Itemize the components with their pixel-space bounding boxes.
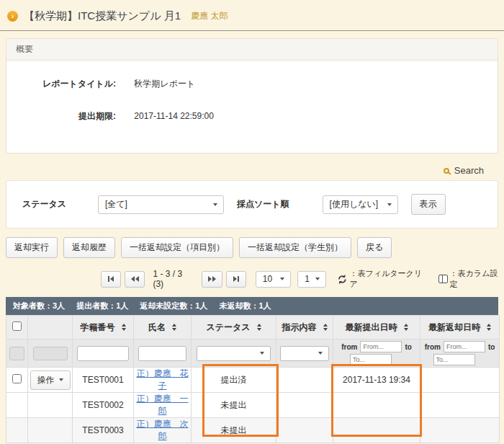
- latest-return-cell: [420, 393, 500, 418]
- table-row: TEST0002 正）慶應 一郎 未提出: [6, 393, 500, 418]
- chevron-right-icon: ›: [7, 11, 18, 22]
- report-title-row: レポートタイトル: 秋学期レポート: [6, 78, 498, 90]
- stat-return-unset-count: 返却未設定数：1人: [140, 301, 207, 311]
- deadline-row: 提出期限: 2017-11-14 22:59:00: [6, 110, 498, 123]
- table-column-config-label: ：表カラム設定: [450, 268, 504, 290]
- status-cell: 提出済: [192, 368, 276, 393]
- results-table: 学籍番号 氏名 ステータス 指示内容 最新提出日時 最新返却日時 fromto: [6, 315, 500, 443]
- sort-icon[interactable]: [487, 324, 491, 331]
- return-history-button[interactable]: 返却履歴: [63, 237, 115, 258]
- user-name: 慶應 太郎: [191, 10, 228, 22]
- deadline-label: 提出期限:: [6, 110, 116, 123]
- prev-page-icon: [131, 276, 135, 282]
- latest-submission-cell: [333, 393, 420, 418]
- sort-icon[interactable]: [323, 324, 328, 331]
- sort-icon[interactable]: [172, 324, 176, 331]
- filter-disabled-box: [33, 347, 68, 360]
- select-all-checkbox[interactable]: [12, 321, 22, 331]
- student-id-filter-input[interactable]: [77, 346, 129, 361]
- page-size-value: 10: [263, 274, 272, 284]
- latest-return-cell: [420, 368, 500, 393]
- column-header-student-id: 学籍番号: [73, 316, 134, 339]
- page-header: › 【秋学期】ITC授業サンプル 月1 慶應 太郎: [0, 0, 504, 23]
- table-row: TEST0003 正）慶應 次郎 未提出: [6, 418, 500, 443]
- status-cell: 未提出: [192, 418, 276, 443]
- return-exec-button[interactable]: 返却実行: [6, 237, 58, 258]
- table-column-config[interactable]: ：表カラム設定: [438, 268, 504, 290]
- instruction-cell: [276, 368, 333, 393]
- table-row: 操作 TEST0001 正）慶應 花子 提出済 2017-11-13 19:34: [6, 368, 500, 393]
- student-id-cell: TEST0001: [73, 368, 134, 393]
- pagination-bar: 1 - 3 / 3 (3) 10 1 ：表フィルタークリア ：表カラム設定: [101, 268, 504, 290]
- chevron-down-icon: [387, 203, 392, 206]
- chevron-down-icon: [315, 278, 320, 280]
- status-filter-select[interactable]: [全て]: [98, 195, 224, 214]
- show-button[interactable]: 表示: [411, 194, 446, 215]
- stats-bar: 対象者数：3人 提出者数：1人 返却未設定数：1人 未返却数：1人: [6, 297, 498, 315]
- search-icon: [444, 168, 449, 174]
- stat-target-count: 対象者数：3人: [13, 301, 65, 311]
- student-id-cell: TEST0002: [73, 393, 134, 418]
- submission-from-input[interactable]: [360, 341, 402, 352]
- table-columns-icon: [438, 275, 448, 283]
- table-filter-clear[interactable]: ：表フィルタークリア: [337, 268, 428, 290]
- bulk-return-by-item-button[interactable]: 一括返却設定（項目別）: [121, 237, 233, 258]
- page-number-select[interactable]: 1: [297, 271, 326, 288]
- caret-down-icon: [59, 378, 63, 381]
- search-panel: ステータス [全て] 採点ソート順 [使用しない] 表示: [6, 180, 498, 228]
- submission-date-filter: fromto: [333, 339, 420, 367]
- chevron-down-icon: [213, 203, 217, 206]
- stat-submitted-count: 提出者数：1人: [76, 301, 128, 311]
- back-button[interactable]: 戻る: [357, 237, 392, 258]
- search-toggle-label: Search: [454, 165, 484, 176]
- status-cell: 未提出: [192, 393, 276, 418]
- status-filter-dropdown[interactable]: [197, 346, 271, 361]
- first-page-icon: [108, 276, 109, 282]
- column-header-latest-return: 最新返却日時: [420, 316, 500, 339]
- column-header-name: 氏名: [134, 316, 192, 339]
- row-checkbox[interactable]: [12, 374, 22, 383]
- instruction-cell: [276, 393, 333, 418]
- sort-icon[interactable]: [404, 324, 408, 331]
- chevron-down-icon: [280, 278, 284, 280]
- first-page-button[interactable]: [101, 271, 121, 288]
- refresh-icon: [337, 274, 348, 285]
- search-toggle[interactable]: Search: [0, 165, 484, 176]
- next-page-button[interactable]: [202, 271, 222, 288]
- return-to-input[interactable]: [433, 354, 475, 365]
- page-size-select[interactable]: 10: [256, 271, 291, 288]
- last-page-icon: [233, 276, 237, 282]
- last-page-button[interactable]: [226, 271, 246, 288]
- latest-submission-cell: 2017-11-13 19:34: [333, 368, 420, 393]
- return-date-filter: fromto: [420, 339, 499, 367]
- latest-return-cell: [420, 418, 500, 443]
- page-title: 【秋学期】ITC授業サンプル 月1: [24, 9, 181, 23]
- submission-to-input[interactable]: [350, 354, 392, 365]
- status-filter-value: [全て]: [105, 198, 127, 210]
- grade-sort-label: 採点ソート順: [237, 198, 289, 210]
- report-title-value: 秋学期レポート: [134, 79, 195, 89]
- operation-button[interactable]: 操作: [30, 370, 71, 390]
- student-name-link[interactable]: 正）慶應 花子: [137, 368, 189, 391]
- page-number-value: 1: [305, 274, 310, 284]
- report-title-label: レポートタイトル:: [6, 78, 116, 90]
- bulk-return-by-student-button[interactable]: 一括返却設定（学生別）: [239, 237, 351, 258]
- table-filter-row: fromto fromto: [6, 339, 500, 368]
- student-id-cell: TEST0003: [73, 418, 134, 443]
- student-name-link[interactable]: 正）慶應 一郎: [137, 394, 189, 416]
- sort-icon[interactable]: [122, 324, 126, 331]
- name-filter-input[interactable]: [138, 346, 187, 361]
- sort-icon[interactable]: [257, 324, 261, 331]
- instruction-filter-dropdown[interactable]: [280, 346, 330, 361]
- grade-sort-select[interactable]: [使用しない]: [323, 195, 398, 214]
- chevron-down-icon: [318, 352, 323, 355]
- column-header-latest-submission: 最新提出日時: [333, 316, 420, 339]
- status-filter-label: ステータス: [22, 198, 98, 210]
- results-table-wrap: 学籍番号 氏名 ステータス 指示内容 最新提出日時 最新返却日時 fromto: [6, 315, 498, 443]
- filter-disabled-box: [9, 347, 24, 360]
- operation-column-header: [28, 316, 73, 339]
- return-from-input[interactable]: [444, 341, 485, 352]
- next-page-icon: [208, 276, 212, 282]
- prev-page-button[interactable]: [125, 271, 145, 288]
- student-name-link[interactable]: 正）慶應 次郎: [137, 419, 189, 441]
